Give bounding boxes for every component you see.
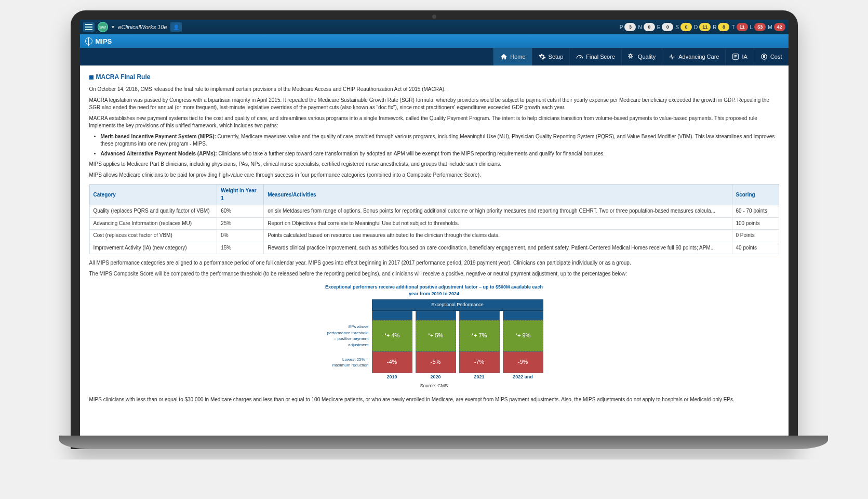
user-badge[interactable]: SW bbox=[98, 22, 108, 32]
person-search-icon: 👤 bbox=[173, 24, 179, 30]
section-title: MACRA Final Rule bbox=[89, 73, 779, 82]
screen: SW ▼ eClinicalWorks 10e 👤 P3N0E0S0D11R8T… bbox=[80, 20, 789, 436]
status-pill-M[interactable]: M42 bbox=[768, 23, 785, 31]
chart-cell: -5% bbox=[416, 351, 456, 373]
table-cell: Quality (replaces PQRS and quality facto… bbox=[89, 205, 217, 218]
list-item: Merit-based Incentive Payment System (MI… bbox=[101, 133, 779, 148]
paragraph: MACRA legislation was passed by Congress… bbox=[89, 97, 779, 112]
table-cell: on six Metdasures from range of options.… bbox=[264, 205, 732, 218]
status-pill-T[interactable]: T11 bbox=[731, 23, 747, 31]
menu-button[interactable] bbox=[83, 22, 95, 32]
status-pill-P[interactable]: P3 bbox=[620, 23, 636, 31]
table-cell: 0 Points bbox=[732, 230, 779, 242]
table-row: Advancing Care Information (replaces MU)… bbox=[89, 217, 779, 230]
status-pills: P3N0E0S0D11R8T11L53M42 bbox=[620, 23, 785, 31]
chart-header: Exceptional Performance bbox=[372, 299, 543, 310]
chart-cell: -4% bbox=[372, 351, 412, 373]
laptop-base bbox=[59, 436, 828, 449]
table-cell: Points calculated based on resource use … bbox=[264, 230, 732, 242]
paragraph: On October 14, 2016, CMS released the fi… bbox=[89, 86, 779, 94]
table-cell: Advancing Care Information (replaces MU) bbox=[89, 217, 217, 230]
table-cell: 100 points bbox=[732, 217, 779, 230]
globe-icon bbox=[85, 37, 92, 45]
nav-ia[interactable]: IA bbox=[725, 48, 753, 65]
paragraph: All MIPS performance categories are alig… bbox=[89, 259, 779, 267]
nav-label: IA bbox=[742, 54, 747, 60]
app-title: eClinicalWorks 10e bbox=[118, 24, 167, 30]
nav-label: Setup bbox=[549, 54, 564, 60]
chart-cell: -7% bbox=[459, 351, 500, 373]
module-title: MIPS bbox=[96, 37, 112, 45]
chart-cell bbox=[503, 311, 543, 320]
chart-cell bbox=[459, 311, 500, 320]
home-icon bbox=[500, 53, 508, 60]
table-cell: Cost (replaces cost factor of VBM) bbox=[89, 230, 217, 242]
final-score-icon bbox=[576, 53, 583, 60]
status-pill-L[interactable]: L53 bbox=[750, 23, 766, 31]
cost-icon bbox=[760, 53, 768, 60]
table-cell: 15% bbox=[217, 242, 264, 254]
bullet-list: Merit-based Incentive Payment System (MI… bbox=[101, 133, 779, 158]
col-scoring: Scoring bbox=[732, 185, 779, 205]
table-cell: Report on Objectives that correlate to M… bbox=[264, 217, 732, 230]
chart-cell: *+ 9% bbox=[503, 320, 543, 351]
table-row: Improvement Activity (IA) (new category)… bbox=[89, 242, 779, 254]
chart-source: Source: CMS bbox=[325, 383, 543, 389]
chart-cell: 2020 bbox=[416, 373, 456, 382]
people-search-button[interactable]: 👤 bbox=[170, 22, 182, 32]
nav-label: Final Score bbox=[586, 54, 615, 60]
paragraph: MACRA establishes new payment systems ti… bbox=[89, 115, 779, 130]
chart-cell bbox=[372, 311, 412, 320]
chart-cell: *+ 7% bbox=[459, 320, 500, 351]
nav-label: Quality bbox=[638, 54, 656, 60]
chart-cell: *+ 5% bbox=[416, 320, 456, 351]
chart-title: Exceptional performers receive additiona… bbox=[325, 284, 543, 297]
paragraph: The MIPS Composite Score will be compare… bbox=[89, 270, 779, 278]
nav-cost[interactable]: Cost bbox=[754, 48, 789, 65]
chart-cell: 2019 bbox=[372, 373, 412, 382]
mips-categories-table: Category Weight in Year 1 Measures/Activ… bbox=[89, 184, 779, 254]
caret-down-icon[interactable]: ▼ bbox=[111, 25, 115, 30]
chart-cell bbox=[416, 311, 456, 320]
col-category: Category bbox=[89, 185, 217, 205]
nav-setup[interactable]: Setup bbox=[532, 48, 570, 65]
col-weight: Weight in Year 1 bbox=[217, 185, 264, 205]
nav-quality[interactable]: Quality bbox=[621, 48, 662, 65]
nav-home[interactable]: Home bbox=[493, 48, 531, 65]
paragraph: MIPS applies to Medicare Part B clinicia… bbox=[89, 161, 779, 168]
table-cell: 40 points bbox=[732, 242, 779, 254]
table-cell: 0% bbox=[217, 230, 264, 242]
status-pill-S[interactable]: S0 bbox=[675, 23, 692, 31]
paragraph: MIPS clinicians with less than or equal … bbox=[89, 396, 779, 404]
chart-row-label: Lowest 25% = maximum reduction bbox=[325, 351, 369, 373]
nav-advancing-care[interactable]: Advancing Care bbox=[662, 48, 725, 65]
status-pill-D[interactable]: D11 bbox=[694, 23, 711, 31]
advancing-care-icon bbox=[669, 53, 676, 60]
adjustment-chart: Exceptional performers receive additiona… bbox=[89, 284, 779, 389]
table-cell: 60% bbox=[217, 205, 264, 218]
status-pill-N[interactable]: N0 bbox=[638, 23, 655, 31]
chart-cell: 2022 and bbox=[503, 373, 543, 382]
quality-icon bbox=[628, 53, 635, 60]
list-item: Advanced Alternative Payment Models (APM… bbox=[101, 150, 779, 158]
content-area: MACRA Final Rule On October 14, 2016, CM… bbox=[80, 65, 789, 436]
nav-label: Advancing Care bbox=[678, 54, 719, 60]
webcam bbox=[432, 15, 436, 19]
module-nav: HomeSetupFinal ScoreQualityAdvancing Car… bbox=[80, 48, 789, 65]
top-bar: SW ▼ eClinicalWorks 10e 👤 P3N0E0S0D11R8T… bbox=[80, 20, 789, 34]
ia-icon bbox=[732, 53, 739, 60]
status-pill-R[interactable]: R8 bbox=[713, 23, 729, 31]
laptop-frame: SW ▼ eClinicalWorks 10e 👤 P3N0E0S0D11R8T… bbox=[71, 10, 798, 449]
nav-final-score[interactable]: Final Score bbox=[569, 48, 621, 65]
nav-label: Home bbox=[510, 54, 525, 60]
chart-cell: 2021 bbox=[459, 373, 500, 382]
table-cell: 60 - 70 points bbox=[732, 205, 779, 218]
table-cell: Improvement Activity (IA) (new category) bbox=[89, 242, 217, 254]
chart-cell: *+ 4% bbox=[372, 320, 412, 351]
paragraph: MIPS allows Medicare clinicians to be pa… bbox=[89, 172, 779, 179]
table-row: Cost (replaces cost factor of VBM)0%Poin… bbox=[89, 230, 779, 242]
chart-row-label: EPs above performance threshold = positi… bbox=[325, 320, 369, 351]
nav-label: Cost bbox=[770, 54, 782, 60]
setup-icon bbox=[539, 53, 546, 60]
status-pill-E[interactable]: E0 bbox=[657, 23, 674, 31]
